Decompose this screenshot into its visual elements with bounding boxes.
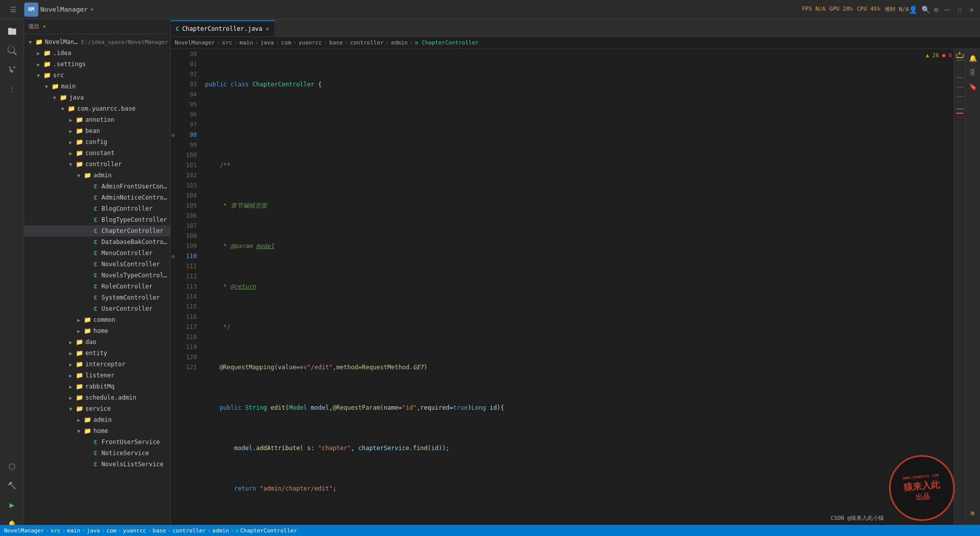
bc-part-4[interactable]: com: [281, 39, 291, 46]
tree-item-dao[interactable]: ▶ 📁 dao: [24, 336, 170, 348]
bc-part-3[interactable]: java: [261, 39, 274, 46]
bookmark-icon[interactable]: 🔖: [967, 80, 979, 92]
title-bar: ☰ NM NovelManager ▾ FPS N/A GPU 28% CPU …: [0, 0, 980, 19]
tree-item-config[interactable]: ▶ 📁 config: [24, 136, 170, 148]
database-icon[interactable]: 🗄: [967, 66, 979, 78]
close-icon[interactable]: ✕: [968, 6, 976, 14]
folder-icon: 📁: [42, 50, 51, 57]
java-file-icon: C: [91, 183, 100, 190]
search-icon[interactable]: 🔍: [921, 6, 930, 14]
tab-chapter-controller[interactable]: C ChapterController.java ×: [171, 20, 275, 36]
tree-item-root[interactable]: ▼ 📁 NovelManager E:/idea_space/NovelMana…: [24, 36, 170, 47]
git-right-icon[interactable]: m: [967, 507, 979, 519]
title-bar-left: ☰ NM NovelManager ▾: [4, 1, 802, 19]
sb-part-6[interactable]: base: [152, 527, 166, 534]
tree-item-admin[interactable]: ▼ 📁 admin: [24, 170, 170, 181]
tree-item-SystemController[interactable]: ▶ C SystemController: [24, 292, 170, 303]
user-icon[interactable]: 👤: [909, 6, 917, 14]
java-file-icon: C: [91, 450, 100, 457]
tree-item-interceptor[interactable]: ▶ 📁 interceptor: [24, 359, 170, 370]
tree-item-com[interactable]: ▼ 📁 com.yuanrcc.base: [24, 103, 170, 114]
explorer-icon[interactable]: [3, 22, 21, 40]
tree-item-settings[interactable]: ▶ 📁 .settings: [24, 59, 170, 70]
java-file-icon: C: [91, 194, 100, 201]
code-line-97: @RequestMapping(value=⊕∨"/edit",method=R…: [205, 362, 954, 372]
tree-item-MenuController[interactable]: ▶ C MenuController: [24, 248, 170, 259]
tree-item-NovelsController[interactable]: ▶ C NovelsController: [24, 259, 170, 270]
plugins-icon[interactable]: ⬡: [3, 457, 21, 475]
hamburger-icon[interactable]: ☰: [4, 1, 22, 19]
breadcrumb: NovelManager › src › main › java › com ›…: [171, 37, 980, 49]
tree-item-home-ctrl[interactable]: ▶ 📁 home: [24, 325, 170, 336]
java-file-icon: C: [91, 272, 100, 279]
file-tree-body[interactable]: ▼ 📁 NovelManager E:/idea_space/NovelMana…: [24, 34, 170, 536]
tree-item-listener[interactable]: ▶ 📁 listener: [24, 370, 170, 381]
bc-part-5[interactable]: yuanrcc: [298, 39, 322, 46]
folder-icon: 📁: [42, 72, 51, 79]
bc-part-8[interactable]: admin: [391, 39, 407, 46]
code-line-95: * @return: [205, 281, 954, 291]
code-line-91: [205, 120, 954, 130]
tree-item-UserController[interactable]: ▶ C UserController: [24, 303, 170, 314]
tree-item-NovelsListService[interactable]: ▶ C NovelsListService: [24, 459, 170, 470]
maximize-icon[interactable]: ☐: [955, 6, 963, 14]
bc-part-1[interactable]: src: [222, 39, 232, 46]
tree-item-java[interactable]: ▼ 📁 java: [24, 92, 170, 103]
run-icon[interactable]: ▶: [3, 496, 21, 514]
ln-116: 116: [171, 312, 201, 322]
ln-98: 98 ⊙: [171, 130, 201, 140]
sb-part-4[interactable]: com: [107, 527, 117, 534]
tree-item-annotion[interactable]: ▶ 📁 annotion: [24, 114, 170, 125]
right-activity-bar: 🔔 🗄 🔖 m ●: [965, 49, 980, 536]
bc-part-6[interactable]: base: [329, 39, 343, 46]
tree-item-service-admin[interactable]: ▶ 📁 admin: [24, 414, 170, 425]
sb-part-1[interactable]: src: [50, 527, 61, 534]
git-icon[interactable]: [3, 61, 21, 79]
sb-part-7[interactable]: controller: [172, 527, 205, 534]
tree-item-service-home[interactable]: ▼ 📁 home: [24, 425, 170, 436]
build-icon[interactable]: 🔨: [3, 476, 21, 495]
bc-part-0[interactable]: NovelManager: [175, 39, 215, 46]
tree-item-BlogController[interactable]: ▶ C BlogController: [24, 203, 170, 214]
ln-102: 102: [171, 170, 201, 180]
notification-right-icon[interactable]: 🔔: [967, 52, 979, 64]
tree-item-controller[interactable]: ▼ 📁 controller: [24, 159, 170, 170]
sb-part-5[interactable]: yuanrcc: [123, 527, 146, 534]
tree-item-schedule[interactable]: ▶ 📁 schedule.admin: [24, 392, 170, 403]
sb-part-2[interactable]: main: [67, 527, 81, 534]
tree-item-main[interactable]: ▼ 📁 main: [24, 81, 170, 92]
tree-item-bean[interactable]: ▶ 📁 bean: [24, 125, 170, 136]
search-sidebar-icon[interactable]: [3, 41, 21, 60]
code-editor[interactable]: public class ChapterController { /** * 章…: [201, 49, 954, 536]
tree-item-constant[interactable]: ▶ 📁 constant: [24, 148, 170, 159]
file-tree-title[interactable]: 项目 ▾: [28, 23, 46, 30]
tree-item-DatabaseBakController[interactable]: ▶ C DatabaseBakController: [24, 236, 170, 248]
bc-part-7[interactable]: controller: [350, 39, 383, 46]
bc-part-9[interactable]: ⊙ ChapterController: [415, 39, 479, 46]
settings-icon[interactable]: ⚙: [934, 6, 938, 14]
tree-item-service[interactable]: ▼ 📁 service: [24, 403, 170, 414]
tree-item-idea[interactable]: ▶ 📁 .idea: [24, 47, 170, 59]
tree-item-common[interactable]: ▶ 📁 common: [24, 314, 170, 325]
tree-item-ChapterController[interactable]: ▶ C ChapterController: [24, 225, 170, 236]
sb-part-8[interactable]: admin: [212, 527, 229, 534]
tree-item-src[interactable]: ▼ 📁 src: [24, 70, 170, 81]
sb-part-0[interactable]: NovelManager: [4, 527, 44, 534]
tree-item-NovelsTypeController[interactable]: ▶ C NovelsTypeController: [24, 270, 170, 281]
ln-121: 121: [171, 362, 201, 372]
tree-item-entity[interactable]: ▶ 📁 entity: [24, 348, 170, 359]
tree-item-RoleController[interactable]: ▶ C RoleController: [24, 281, 170, 292]
tree-item-AdminFrontUserController[interactable]: ▶ C AdminFrontUserController: [24, 181, 170, 192]
bc-part-2[interactable]: main: [240, 39, 253, 46]
code-line-98: public String edit(Model model,@RequestP…: [205, 403, 954, 413]
tree-item-NoticeService[interactable]: ▶ C NoticeService: [24, 448, 170, 459]
tab-close-button[interactable]: ×: [266, 25, 270, 32]
sb-part-9[interactable]: ⊙ ChapterController: [235, 527, 297, 534]
tree-item-AdminNoticeController[interactable]: ▶ C AdminNoticeController: [24, 192, 170, 203]
minimize-icon[interactable]: —: [942, 5, 951, 14]
structure-icon[interactable]: ⋮: [3, 80, 21, 98]
tree-item-rabbitMq[interactable]: ▶ 📁 rabbitMq: [24, 381, 170, 392]
tree-item-FrontUserService[interactable]: ▶ C FrontUserService: [24, 436, 170, 448]
tree-item-BlogTypeController[interactable]: ▶ C BlogTypeController: [24, 214, 170, 225]
sb-part-3[interactable]: java: [87, 527, 100, 534]
